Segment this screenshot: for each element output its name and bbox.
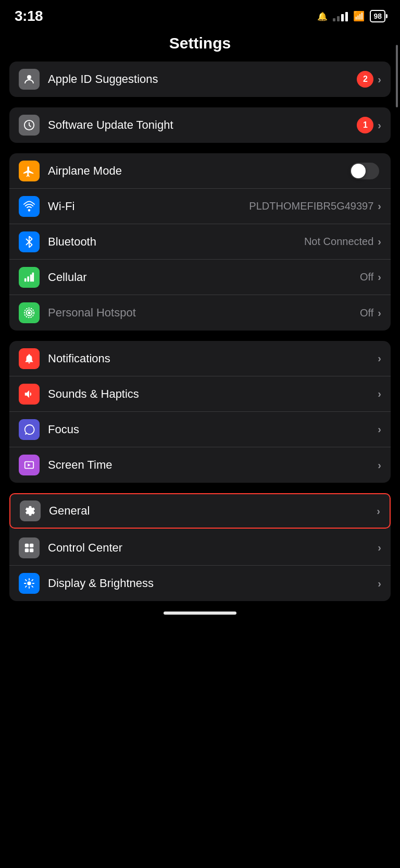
signal-bars xyxy=(333,11,348,21)
screen-time-icon xyxy=(19,455,40,475)
group-notifications: Notifications › Sounds & Haptics › Focus… xyxy=(9,341,391,483)
status-right: 🔔 📶 98 xyxy=(317,10,385,22)
display-brightness-chevron: › xyxy=(378,578,381,590)
status-time: 3:18 xyxy=(15,8,43,25)
svg-point-6 xyxy=(28,311,31,314)
personal-hotspot-chevron: › xyxy=(378,307,381,319)
battery-indicator: 98 xyxy=(370,10,385,22)
group-suggestions: Apple ID Suggestions 2 › xyxy=(9,62,391,97)
notification-icon: 🔔 xyxy=(317,11,328,21)
cellular-icon xyxy=(19,267,40,288)
row-apple-id-suggestions[interactable]: Apple ID Suggestions 2 › xyxy=(9,62,391,97)
airplane-mode-label: Airplane Mode xyxy=(48,164,350,178)
general-chevron: › xyxy=(377,505,380,517)
scroll-track xyxy=(395,29,398,615)
wifi-settings-icon xyxy=(19,196,40,217)
svg-rect-2 xyxy=(24,278,27,281)
personal-hotspot-label: Personal Hotspot xyxy=(48,306,360,320)
scroll-thumb xyxy=(396,45,398,107)
bluetooth-label: Bluetooth xyxy=(48,235,304,249)
apple-id-chevron: › xyxy=(378,74,381,85)
control-center-icon xyxy=(19,537,40,558)
screen-time-chevron: › xyxy=(378,459,381,471)
display-brightness-label: Display & Brightness xyxy=(48,577,378,590)
general-icon xyxy=(20,500,41,521)
control-center-chevron: › xyxy=(378,542,381,554)
row-general[interactable]: General › xyxy=(9,493,391,529)
airplane-mode-toggle[interactable] xyxy=(350,163,379,179)
row-sounds-haptics[interactable]: Sounds & Haptics › xyxy=(9,376,391,412)
cellular-value: Off xyxy=(360,271,373,283)
bluetooth-chevron: › xyxy=(378,236,381,248)
sounds-haptics-chevron: › xyxy=(378,388,381,400)
software-update-badge: 1 xyxy=(357,117,373,133)
focus-icon xyxy=(19,419,40,440)
bluetooth-value: Not Connected xyxy=(304,236,373,248)
screen-time-label: Screen Time xyxy=(48,458,378,472)
svg-rect-13 xyxy=(25,548,29,552)
group-software-update: Software Update Tonight 1 › xyxy=(9,107,391,143)
row-notifications[interactable]: Notifications › xyxy=(9,341,391,376)
personal-hotspot-icon xyxy=(19,302,40,323)
signal-bar-2 xyxy=(337,16,340,21)
software-update-label: Software Update Tonight xyxy=(48,118,357,132)
focus-label: Focus xyxy=(48,423,378,436)
wifi-icon: 📶 xyxy=(353,10,365,22)
signal-bar-4 xyxy=(345,12,348,21)
status-bar: 3:18 🔔 📶 98 xyxy=(0,0,400,29)
wifi-label: Wi-Fi xyxy=(48,200,249,213)
focus-chevron: › xyxy=(378,423,381,435)
home-indicator[interactable] xyxy=(164,612,236,615)
apple-id-icon xyxy=(19,69,40,90)
row-control-center[interactable]: Control Center › xyxy=(9,530,391,566)
svg-line-22 xyxy=(32,580,33,581)
bluetooth-icon xyxy=(19,231,40,252)
row-software-update[interactable]: Software Update Tonight 1 › xyxy=(9,107,391,143)
svg-line-23 xyxy=(26,586,27,587)
battery-percent: 98 xyxy=(373,12,382,20)
notifications-icon xyxy=(19,348,40,369)
svg-rect-5 xyxy=(32,272,34,281)
row-wifi[interactable]: Wi-Fi PLDTHOMEFIBR5G49397 › xyxy=(9,189,391,224)
software-update-chevron: › xyxy=(378,119,381,131)
svg-line-20 xyxy=(26,580,27,581)
svg-rect-4 xyxy=(30,274,32,282)
row-focus[interactable]: Focus › xyxy=(9,412,391,447)
control-center-label: Control Center xyxy=(48,541,378,555)
wifi-chevron: › xyxy=(378,200,381,212)
personal-hotspot-value: Off xyxy=(360,307,373,319)
svg-rect-3 xyxy=(27,276,29,282)
cellular-label: Cellular xyxy=(48,271,360,284)
row-display-brightness[interactable]: Display & Brightness › xyxy=(9,566,391,601)
svg-point-0 xyxy=(27,75,31,79)
airplane-mode-icon xyxy=(19,161,40,181)
signal-bar-3 xyxy=(341,14,344,21)
row-bluetooth[interactable]: Bluetooth Not Connected › xyxy=(9,224,391,260)
cellular-chevron: › xyxy=(378,271,381,283)
apple-id-suggestions-label: Apple ID Suggestions xyxy=(48,72,357,86)
signal-bar-1 xyxy=(333,18,335,21)
notifications-label: Notifications xyxy=(48,352,378,365)
group-connectivity: Airplane Mode Wi-Fi PLDTHOMEFIBR5G49397 … xyxy=(9,153,391,331)
sounds-haptics-icon xyxy=(19,384,40,405)
software-update-icon xyxy=(19,115,40,136)
sounds-haptics-label: Sounds & Haptics xyxy=(48,387,378,401)
toggle-knob xyxy=(351,164,366,178)
general-label: General xyxy=(49,504,377,518)
row-airplane-mode[interactable]: Airplane Mode xyxy=(9,153,391,189)
svg-rect-12 xyxy=(30,543,33,547)
svg-rect-14 xyxy=(30,548,33,552)
settings-page: 3:18 🔔 📶 98 Settings Apple xyxy=(0,0,400,615)
svg-rect-11 xyxy=(25,543,29,547)
svg-point-15 xyxy=(27,581,31,585)
svg-line-21 xyxy=(32,586,33,587)
row-personal-hotspot[interactable]: Personal Hotspot Off › xyxy=(9,295,391,331)
apple-id-badge: 2 xyxy=(357,71,373,88)
row-screen-time[interactable]: Screen Time › xyxy=(9,447,391,483)
page-title: Settings xyxy=(0,29,400,62)
display-brightness-icon xyxy=(19,573,40,594)
row-cellular[interactable]: Cellular Off › xyxy=(9,260,391,295)
wifi-value: PLDTHOMEFIBR5G49397 xyxy=(249,200,373,212)
notifications-chevron: › xyxy=(378,352,381,364)
group-general: General › Control Center › Display & Bri… xyxy=(9,493,391,601)
